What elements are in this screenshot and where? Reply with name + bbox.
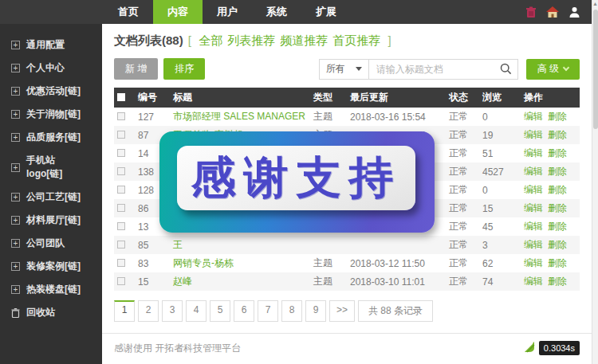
scrollbar-thumb[interactable] xyxy=(593,10,598,129)
row-edit-link[interactable]: 编辑 xyxy=(524,129,543,140)
row-checkbox[interactable] xyxy=(117,186,125,194)
row-updated xyxy=(347,236,446,254)
scrollbar-up-arrow[interactable]: ▲ xyxy=(592,0,598,8)
sidebar-item-9[interactable]: +装修案例[链] xyxy=(0,255,102,278)
sidebar-item-3[interactable]: +关于润物[链] xyxy=(0,103,102,126)
column-header: 浏览 xyxy=(479,88,521,108)
sidebar-item-7[interactable]: +材料展厅[链] xyxy=(0,209,102,232)
page-button-1[interactable]: 1 xyxy=(114,300,135,322)
doc-filter-link-1[interactable]: 列表推荐 xyxy=(227,33,275,47)
trash-icon[interactable] xyxy=(525,6,537,18)
row-id: 127 xyxy=(135,108,170,126)
page-button-2[interactable]: 2 xyxy=(138,300,159,322)
row-checkbox[interactable] xyxy=(117,149,125,157)
sidebar-item-6[interactable]: +公司工艺[链] xyxy=(0,186,102,209)
plus-square-icon: + xyxy=(11,87,20,96)
sidebar-item-8[interactable]: +公司团队 xyxy=(0,232,102,255)
row-updated: 2018-03-12 11:50 xyxy=(347,254,446,272)
row-status: 正常 xyxy=(446,144,479,162)
bracket-close: ] xyxy=(388,33,391,47)
sort-button[interactable]: 排序 xyxy=(163,58,205,80)
row-edit-link[interactable]: 编辑 xyxy=(524,276,543,287)
user-icon[interactable] xyxy=(568,6,580,18)
page-scrollbar[interactable]: ▲ xyxy=(592,0,598,364)
advanced-label: 高 级 xyxy=(537,62,559,76)
row-checkbox[interactable] xyxy=(117,112,125,120)
doc-filter-link-3[interactable]: 首页推荐 xyxy=(332,33,380,47)
row-title-link[interactable]: 赵峰 xyxy=(173,276,192,287)
search-input[interactable] xyxy=(368,59,518,80)
sidebar-item-label: 品质服务[链] xyxy=(26,131,81,144)
row-checkbox[interactable] xyxy=(117,204,125,212)
row-edit-link[interactable]: 编辑 xyxy=(524,166,543,177)
column-header: 类型 xyxy=(310,88,347,108)
nav-item-2[interactable]: 用户 xyxy=(203,0,252,24)
row-checkbox[interactable] xyxy=(117,277,125,285)
row-delete-link[interactable]: 删除 xyxy=(548,257,567,268)
sidebar-item-4[interactable]: +品质服务[链] xyxy=(0,126,102,149)
row-checkbox[interactable] xyxy=(117,131,125,139)
row-delete-link[interactable]: 删除 xyxy=(548,129,567,140)
filter-select[interactable]: 所有 xyxy=(319,59,368,80)
row-updated: 2018-03-16 15:54 xyxy=(347,108,446,126)
search-icon[interactable] xyxy=(500,63,512,77)
table-header-row: 编号标题类型最后更新状态浏览操作 xyxy=(114,88,580,108)
row-delete-link[interactable]: 删除 xyxy=(548,239,567,250)
row-delete-link[interactable]: 删除 xyxy=(548,276,567,287)
row-delete-link[interactable]: 删除 xyxy=(548,166,567,177)
page-button-9[interactable]: 9 xyxy=(305,300,326,322)
page-button-3[interactable]: 3 xyxy=(162,300,183,322)
row-edit-link[interactable]: 编辑 xyxy=(524,184,543,195)
table-row: 83网销专员-杨栋主题2018-03-12 11:50正常62编辑删除 xyxy=(114,254,580,272)
row-delete-link[interactable]: 删除 xyxy=(548,111,567,122)
row-edit-link[interactable]: 编辑 xyxy=(524,239,543,250)
plus-square-icon: + xyxy=(11,285,20,294)
row-views: 0 xyxy=(479,181,521,199)
nav-item-1[interactable]: 内容 xyxy=(153,0,203,24)
row-title-link[interactable]: 王 xyxy=(173,239,183,250)
row-type: 主题 xyxy=(310,108,347,126)
page-button-6[interactable]: 6 xyxy=(234,300,254,322)
nav-item-3[interactable]: 系统 xyxy=(252,0,301,24)
row-views: 51 xyxy=(479,144,521,162)
nav-item-4[interactable]: 扩展 xyxy=(301,0,351,24)
page-button-7[interactable]: 7 xyxy=(258,300,278,322)
nav-item-0[interactable]: 首页 xyxy=(104,0,153,24)
select-all-checkbox[interactable] xyxy=(117,93,125,101)
doc-filter-link-0[interactable]: 全部 xyxy=(199,33,222,47)
row-edit-link[interactable]: 编辑 xyxy=(524,147,543,159)
row-delete-link[interactable]: 删除 xyxy=(548,147,567,159)
next-pages-button[interactable]: >> xyxy=(329,300,355,322)
plus-square-icon: + xyxy=(11,133,20,142)
row-edit-link[interactable]: 编辑 xyxy=(524,202,543,213)
row-title-link[interactable]: 网销专员-杨栋 xyxy=(173,257,234,268)
row-delete-link[interactable]: 删除 xyxy=(548,202,567,213)
sidebar-item-1[interactable]: +个人中心 xyxy=(0,57,102,80)
plus-square-icon: + xyxy=(11,41,20,49)
row-edit-link[interactable]: 编辑 xyxy=(524,257,543,268)
sidebar-item-2[interactable]: +优惠活动[链] xyxy=(0,80,102,103)
row-edit-link[interactable]: 编辑 xyxy=(524,111,543,122)
row-checkbox[interactable] xyxy=(117,167,125,175)
top-nav: 首页内容用户系统扩展 xyxy=(0,0,592,24)
chevron-down-icon xyxy=(563,65,569,71)
doc-filter-link-2[interactable]: 频道推荐 xyxy=(280,33,328,47)
search-wrap xyxy=(368,59,518,80)
sidebar-item-10[interactable]: +热装楼盘[链] xyxy=(0,278,102,301)
row-delete-link[interactable]: 删除 xyxy=(548,184,567,195)
row-checkbox[interactable] xyxy=(117,259,125,267)
sidebar-item-5[interactable]: +手机站logo[链] xyxy=(0,149,102,186)
row-checkbox[interactable] xyxy=(117,222,125,230)
row-title-link[interactable]: 市场部经理 SALES MANAGER xyxy=(173,111,305,122)
row-edit-link[interactable]: 编辑 xyxy=(524,221,543,232)
sidebar-item-11[interactable]: 回收站 xyxy=(0,301,102,324)
page-button-5[interactable]: 5 xyxy=(210,300,230,322)
row-checkbox[interactable] xyxy=(117,241,125,249)
advanced-button[interactable]: 高 级 xyxy=(526,59,580,80)
page-button-8[interactable]: 8 xyxy=(281,300,302,322)
row-delete-link[interactable]: 删除 xyxy=(548,221,567,232)
sidebar-item-0[interactable]: +通用配置 xyxy=(0,33,102,57)
page-button-4[interactable]: 4 xyxy=(186,300,207,322)
home-icon[interactable] xyxy=(546,6,559,18)
add-button[interactable]: 新 增 xyxy=(114,58,158,80)
